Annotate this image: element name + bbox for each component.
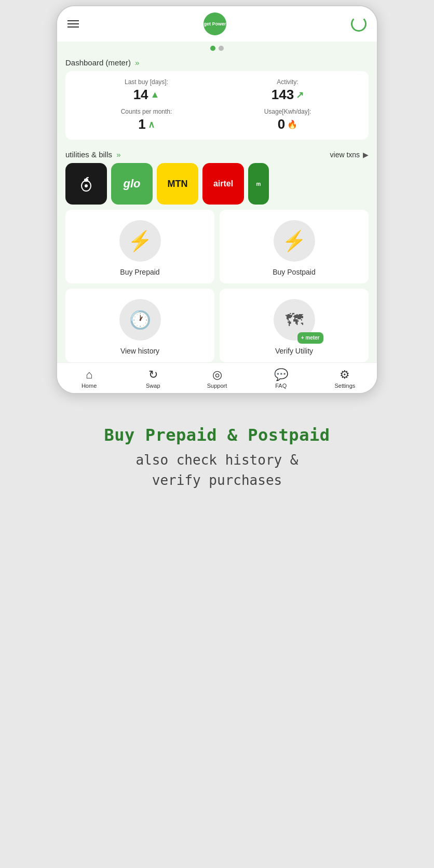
mtn-service-icon[interactable]: MTN [157,163,198,205]
logo-container: get Power [204,12,226,35]
faq-icon: 💬 [274,368,288,382]
buy-postpaid-label: Buy Postpaid [273,268,316,276]
glo-label: glo [124,177,141,191]
partial-label: m [256,181,261,187]
stat-counts-label: Counts per month: [121,108,172,115]
lightning-red-icon: ⚡ [282,229,306,252]
buy-prepaid-card[interactable]: ⚡ Buy Prepaid [65,210,214,283]
verify-utility-label: Verify Utility [275,347,313,355]
dashboard-title: Dashboard (meter) » [65,58,139,67]
dot-2[interactable] [219,46,224,51]
dashboard-chevron: » [133,58,140,67]
settings-icon: ⚙ [340,368,350,382]
stat-counts-value: 1 ∧ [138,116,154,132]
svg-point-3 [85,184,88,187]
stats-card: Last buy [days]: 14 ▲ Activity: 143 ↗ Co… [65,71,369,140]
dot-1[interactable] [210,46,215,51]
flame-icon: 🔥 [287,119,297,129]
counts-arrow-icon: ∧ [148,119,155,130]
lightning-green-icon: ⚡ [128,229,152,252]
nav-faq[interactable]: 💬 FAQ [249,363,313,393]
glo-service-icon[interactable]: glo [111,163,153,205]
partial-service-icon[interactable]: m [248,163,269,205]
phone-frame: get Power Dashboard (meter) » Last buy [… [56,5,378,394]
nav-support[interactable]: ◎ Support [185,363,249,393]
hamburger-icon[interactable] [67,18,79,30]
buy-prepaid-icon-circle: ⚡ [119,220,161,262]
nav-swap[interactable]: ↻ Swap [121,363,185,393]
buy-prepaid-label: Buy Prepaid [120,268,159,276]
verify-utility-icon-circle: 🗺 + meter [274,299,315,341]
verify-utility-card[interactable]: 🗺 + meter Verify Utility [220,289,369,362]
refresh-icon[interactable] [351,16,367,32]
headline-text: Buy Prepaid & Postpaid [104,425,330,445]
app-logo: get Power [204,12,226,35]
main-content: Dashboard (meter) » Last buy [days]: 14 … [57,53,377,362]
swap-icon: ↻ [148,368,158,382]
stat-activity: Activity: 143 ↗ [217,78,358,103]
stat-usage: Usage[Kwh/day]: 0 🔥 [217,108,358,132]
dashboard-header: Dashboard (meter) » [65,53,369,71]
view-txns-link[interactable]: view txns ▶ [330,151,369,159]
top-bar: get Power [57,6,377,42]
mtn-label: MTN [168,179,188,189]
up-arrow-icon: ▲ [151,89,160,100]
service-icons-row: glo MTN airtel m [65,163,369,205]
stat-last-buy: Last buy [days]: 14 ▲ [76,78,217,103]
txns-arrow-icon: ▶ [361,151,369,159]
logo-text: get Power [204,21,226,27]
stat-activity-label: Activity: [277,78,298,86]
svg-point-0 [75,172,98,195]
home-icon: ⌂ [86,368,92,382]
subtext: also check history &verify purchases [104,450,330,491]
utilities-section: utilities & bills » view txns ▶ [65,147,369,205]
history-icon: 🕐 [129,309,151,330]
utilities-header: utilities & bills » view txns ▶ [65,147,369,163]
stat-last-buy-value: 14 ▲ [133,87,160,103]
utilities-title: utilities & bills » [65,150,121,159]
trend-icon: ↗ [296,89,304,101]
stat-counts: Counts per month: 1 ∧ [76,108,217,132]
airtel-label: airtel [213,179,233,188]
support-icon: ◎ [212,368,222,382]
nav-swap-label: Swap [146,383,160,389]
stat-activity-value: 143 ↗ [272,87,304,103]
stat-usage-value: 0 🔥 [278,116,297,132]
nav-settings[interactable]: ⚙ Settings [313,363,377,393]
nav-home-label: Home [82,383,97,389]
nav-settings-label: Settings [335,383,356,389]
meter-badge: + meter [297,332,323,344]
stat-last-buy-label: Last buy [days]: [125,78,168,86]
gas-service-icon[interactable] [65,163,107,205]
carousel-dots [57,42,377,53]
view-history-icon-circle: 🕐 [119,299,161,341]
buy-postpaid-card[interactable]: ⚡ Buy Postpaid [220,210,369,283]
view-history-label: View history [120,347,159,355]
action-grid: ⚡ Buy Prepaid ⚡ Buy Postpaid 🕐 View hist… [65,210,369,362]
utilities-chevron: » [114,150,121,159]
bottom-nav: ⌂ Home ↻ Swap ◎ Support 💬 FAQ ⚙ Settings [57,362,377,393]
view-history-card[interactable]: 🕐 View history [65,289,214,362]
verify-icon: 🗺 [286,310,303,330]
airtel-service-icon[interactable]: airtel [202,163,244,205]
buy-postpaid-icon-circle: ⚡ [274,220,315,262]
stat-usage-label: Usage[Kwh/day]: [264,108,311,115]
bottom-text-section: Buy Prepaid & Postpaid also check histor… [84,394,351,522]
nav-faq-label: FAQ [275,383,287,389]
nav-home[interactable]: ⌂ Home [57,363,121,393]
nav-support-label: Support [207,383,227,389]
